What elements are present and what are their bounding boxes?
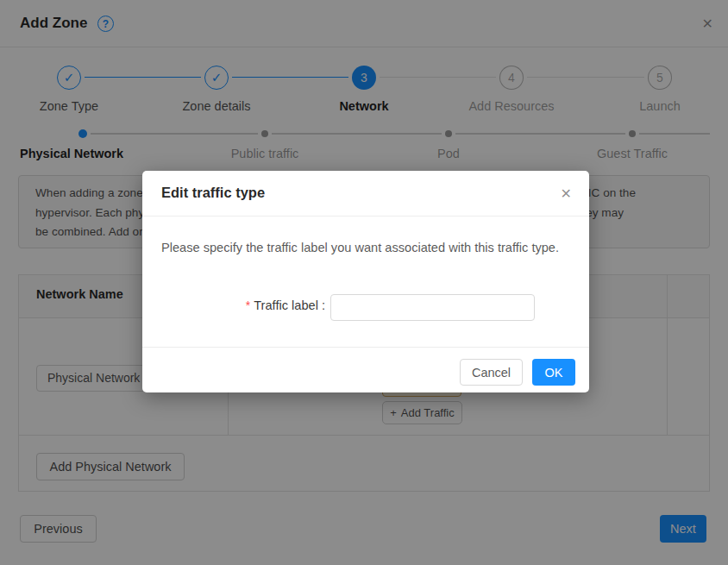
modal-description: Please specify the traffic label you wan… — [161, 237, 574, 258]
cancel-button[interactable]: Cancel — [460, 359, 523, 386]
required-asterisk: * — [246, 298, 250, 312]
modal-close-icon[interactable]: ✕ — [561, 185, 572, 202]
field-label-colon: : — [322, 298, 325, 312]
modal-footer-divider — [142, 347, 589, 348]
traffic-label-field-label: *Traffic label : — [142, 298, 325, 312]
field-label-text: Traffic label — [254, 298, 318, 312]
modal-title: Edit traffic type — [161, 185, 265, 201]
modal-header: Edit traffic type ✕ — [142, 171, 589, 217]
ok-button[interactable]: OK — [532, 359, 575, 386]
traffic-label-input[interactable] — [330, 294, 535, 321]
edit-traffic-type-modal: Edit traffic type ✕ Please specify the t… — [142, 171, 589, 392]
